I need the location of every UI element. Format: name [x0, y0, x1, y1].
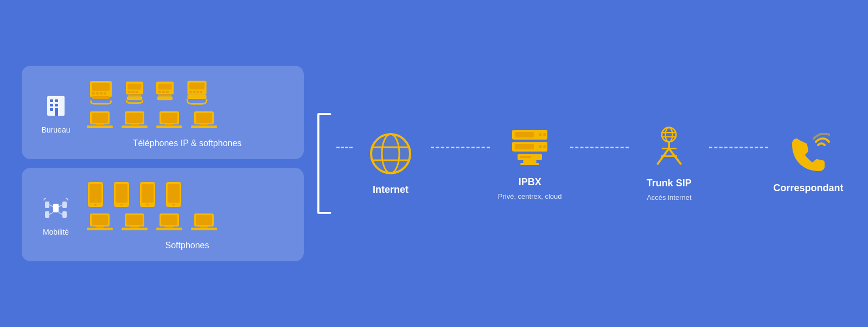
svg-rect-12	[96, 92, 99, 95]
mobilite-devices: Softphones	[86, 181, 289, 250]
svg-rect-54	[45, 202, 49, 208]
phone-call-icon	[787, 133, 830, 174]
bureau-box: Burueau	[22, 66, 304, 159]
svg-point-70	[146, 204, 149, 206]
svg-rect-4	[50, 104, 53, 106]
ipbx-sub: Privé, centrex, cloud	[498, 192, 562, 200]
svg-rect-25	[158, 91, 161, 93]
svg-rect-28	[158, 95, 172, 97]
svg-point-64	[94, 204, 97, 206]
svg-rect-85	[165, 227, 174, 228]
laptop-icon-3	[155, 109, 183, 131]
line-3	[709, 147, 768, 148]
trunk-sip-title: Trunk SIP	[647, 178, 692, 189]
svg-rect-26	[162, 91, 165, 93]
tablets-row	[86, 181, 289, 208]
svg-rect-15	[92, 96, 110, 99]
svg-rect-36	[187, 95, 206, 99]
svg-rect-53	[53, 204, 59, 212]
laptop-icon-8	[190, 211, 218, 233]
tablet-icon-2	[112, 181, 131, 208]
svg-rect-18	[128, 91, 131, 93]
svg-point-94	[371, 134, 410, 173]
svg-point-67	[120, 204, 123, 206]
svg-rect-69	[142, 184, 154, 203]
laptop-icon-5	[86, 211, 114, 233]
svg-rect-77	[95, 227, 104, 228]
desk-phone-icon-2	[123, 79, 146, 106]
svg-rect-81	[130, 227, 139, 228]
svg-rect-66	[116, 184, 127, 203]
svg-rect-56	[45, 211, 49, 218]
svg-rect-14	[104, 92, 106, 95]
bracket-svg	[309, 109, 336, 218]
svg-rect-20	[136, 91, 138, 93]
svg-rect-29	[157, 96, 173, 100]
building-icon	[43, 93, 69, 119]
correspondant-item: Correspondant	[770, 133, 846, 194]
svg-rect-22	[127, 96, 143, 100]
svg-rect-44	[130, 124, 139, 126]
line-2	[570, 147, 629, 148]
svg-rect-104	[520, 156, 531, 158]
svg-rect-13	[100, 92, 103, 95]
laptop-icon-7	[155, 211, 183, 233]
trunk-sip-icon	[646, 125, 692, 169]
svg-rect-21	[128, 95, 142, 97]
svg-point-102	[543, 145, 546, 148]
svg-rect-1	[50, 99, 53, 102]
svg-rect-31	[189, 83, 205, 89]
trunk-sip-item: Trunk SIP Accés internet	[631, 125, 707, 202]
svg-point-73	[173, 204, 175, 206]
ipbx-title: IPBX	[519, 177, 541, 188]
svg-rect-105	[523, 160, 537, 163]
svg-rect-57	[62, 211, 67, 218]
svg-point-107	[662, 128, 676, 142]
svg-rect-34	[196, 91, 199, 93]
svg-rect-50	[196, 113, 212, 123]
svg-rect-6	[50, 108, 53, 111]
svg-rect-48	[165, 124, 174, 126]
laptop-icon-6	[120, 211, 149, 233]
svg-rect-83	[161, 215, 177, 225]
svg-rect-42	[126, 113, 143, 123]
left-section: Burueau	[22, 66, 304, 261]
svg-rect-106	[520, 163, 539, 165]
line-1	[431, 147, 490, 148]
desk-phone-icon-4	[183, 79, 210, 106]
mobilite-label: Mobilité	[43, 228, 69, 236]
svg-point-97	[539, 133, 542, 136]
svg-rect-17	[128, 84, 142, 90]
svg-point-108	[665, 128, 672, 142]
internet-item: Internet	[353, 132, 429, 196]
desk-phone-icon-1	[86, 79, 116, 106]
svg-rect-52	[200, 124, 208, 126]
svg-rect-72	[168, 184, 180, 203]
svg-point-98	[543, 133, 546, 136]
svg-rect-19	[132, 91, 135, 93]
svg-line-60	[49, 212, 53, 215]
svg-rect-75	[92, 215, 108, 225]
svg-rect-96	[515, 132, 534, 137]
ip-phones-row	[86, 79, 289, 106]
laptop-icon-2	[120, 109, 149, 131]
svg-rect-38	[92, 113, 108, 123]
tablet-icon-4	[164, 181, 183, 208]
svg-rect-5	[55, 104, 58, 106]
svg-rect-33	[193, 91, 196, 93]
ipbx-item: IPBX Privé, centrex, cloud	[492, 127, 568, 200]
svg-rect-87	[196, 215, 212, 225]
svg-rect-27	[166, 91, 169, 93]
laptops-row-2	[86, 211, 289, 233]
svg-line-58	[49, 205, 53, 207]
bracket-connector	[309, 109, 336, 218]
laptop-icon-1	[86, 109, 114, 131]
svg-rect-79	[126, 215, 143, 225]
correspondant-title: Correspondant	[774, 183, 844, 194]
globe-icon	[369, 132, 412, 175]
laptop-icon-4	[190, 109, 218, 131]
svg-rect-89	[200, 227, 208, 228]
bureau-devices: Téléphones IP & softphones	[86, 79, 289, 148]
svg-rect-100	[515, 144, 534, 149]
svg-line-61	[59, 212, 62, 215]
